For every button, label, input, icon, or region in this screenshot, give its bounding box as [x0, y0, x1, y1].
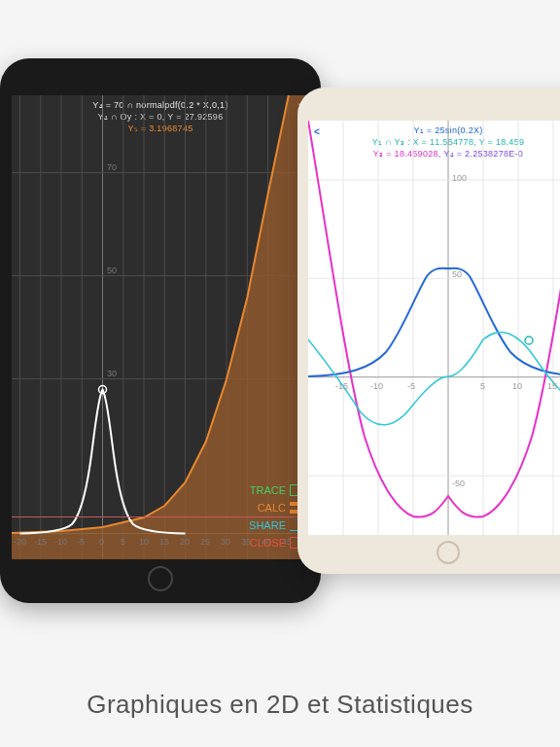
right-chart[interactable]: 100 50 -50 -15 -10 -5 5 10 15 — [308, 121, 560, 535]
svg-text:50: 50 — [452, 269, 462, 279]
page-caption: Graphiques en 2D et Statistiques — [0, 690, 560, 720]
calc-label: CALC — [258, 499, 286, 516]
svg-text:-15: -15 — [335, 381, 348, 391]
trace-button[interactable]: TRACE — [249, 481, 301, 499]
svg-text:-50: -50 — [452, 479, 465, 488]
svg-text:5: 5 — [121, 537, 125, 547]
right-y-ticks: 100 50 -50 — [452, 173, 467, 488]
left-screen: > Y₄ = 70 ∩ normalpdf(0.2 * X,0,1) Y₄ ∩ … — [12, 95, 309, 559]
svg-text:50: 50 — [107, 266, 117, 275]
close-label: CLOSE — [250, 534, 286, 551]
ipad-device-left: > Y₄ = 70 ∩ normalpdf(0.2 * X,0,1) Y₄ ∩ … — [0, 58, 321, 603]
right-x-ticks: -15 -10 -5 5 10 15 — [335, 381, 557, 391]
calc-button[interactable]: CALC — [249, 499, 301, 516]
svg-text:-5: -5 — [407, 381, 415, 391]
svg-text:-5: -5 — [77, 537, 85, 547]
blue-curve — [308, 268, 560, 376]
svg-text:10: 10 — [512, 381, 522, 391]
left-menu: TRACE CALC SHARE CLOSE — [249, 481, 301, 551]
svg-text:10: 10 — [139, 537, 149, 547]
svg-text:-15: -15 — [34, 537, 47, 547]
svg-text:-10: -10 — [370, 381, 383, 391]
svg-text:70: 70 — [107, 162, 117, 172]
svg-text:15: 15 — [547, 381, 557, 391]
share-button[interactable]: SHARE — [249, 516, 301, 534]
home-button-left[interactable] — [148, 566, 173, 591]
svg-text:30: 30 — [107, 369, 117, 378]
share-label: SHARE — [249, 516, 286, 534]
svg-text:15: 15 — [159, 537, 169, 547]
svg-text:0: 0 — [99, 537, 104, 547]
svg-text:25: 25 — [200, 537, 210, 547]
right-grid — [308, 121, 560, 535]
trace-label: TRACE — [250, 481, 286, 499]
ipad-device-right: < Y₁ = 25sin(0.2X) Y₁ ∩ Y₃ : X = 11.5547… — [298, 88, 560, 574]
left-y-ticks: 30 50 70 — [107, 162, 117, 378]
svg-text:100: 100 — [452, 173, 467, 183]
close-button[interactable]: CLOSE — [249, 534, 301, 551]
svg-text:30: 30 — [221, 537, 230, 547]
svg-text:-10: -10 — [54, 537, 67, 547]
svg-text:-20: -20 — [14, 537, 26, 547]
right-screen: < Y₁ = 25sin(0.2X) Y₁ ∩ Y₃ : X = 11.5547… — [308, 121, 560, 535]
home-button-right[interactable] — [437, 541, 460, 564]
svg-text:5: 5 — [480, 381, 485, 391]
intersection-marker-right — [525, 337, 533, 344]
svg-text:20: 20 — [180, 537, 190, 547]
